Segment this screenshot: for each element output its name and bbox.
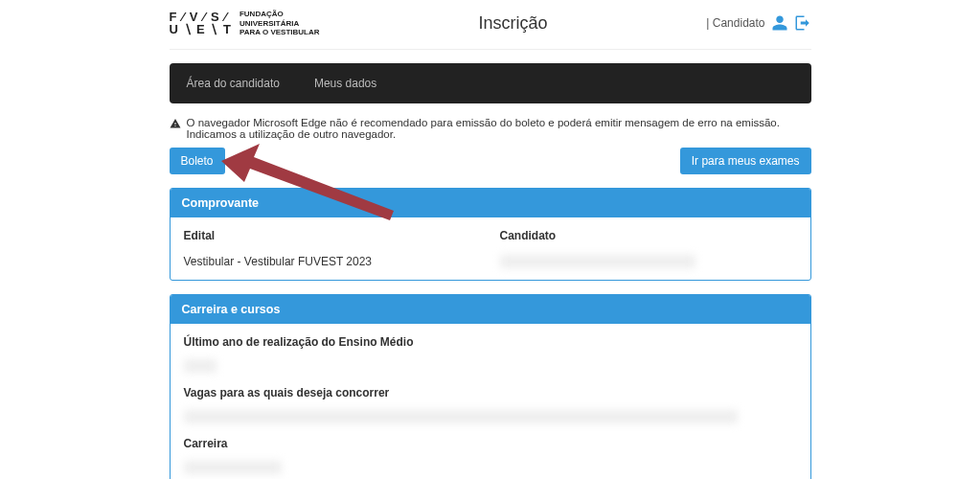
navbar: Área do candidato Meus dados xyxy=(170,63,811,103)
vagas-value: ████████████████████████████████████████… xyxy=(184,410,738,423)
logout-icon[interactable] xyxy=(794,14,811,32)
browser-warning: O navegador Microsoft Edge não é recomen… xyxy=(170,117,811,140)
edital-value: Vestibular - Vestibular FUVEST 2023 xyxy=(184,255,373,268)
logo-text: Fundação Universitária para o Vestibular xyxy=(239,10,320,37)
candidato-label: Candidato xyxy=(500,229,797,242)
topbar: F ∕ V ∕ S ∕ U ∖ E ∖ T Fundação Universit… xyxy=(170,0,811,50)
edital-label: Edital xyxy=(184,229,481,242)
panel-comprovante: Comprovante Edital Vestibular - Vestibul… xyxy=(170,188,811,281)
logo-mark: F ∕ V ∕ S ∕ U ∖ E ∖ T xyxy=(170,11,232,36)
ensino-medio-label: Último ano de realização do Ensino Médio xyxy=(184,335,797,349)
panel-carreira-header: Carreira e cursos xyxy=(171,295,810,324)
logo-text-line3: para o Vestibular xyxy=(239,28,320,37)
vagas-label: Vagas para as quais deseja concorrer xyxy=(184,386,797,399)
logo-mark-line1: F ∕ V ∕ S ∕ xyxy=(170,11,232,24)
carreira-label: Carreira xyxy=(184,437,797,450)
panel-carreira: Carreira e cursos Último ano de realizaç… xyxy=(170,294,811,479)
page-title: Inscrição xyxy=(320,13,707,34)
logo: F ∕ V ∕ S ∕ U ∖ E ∖ T Fundação Universit… xyxy=(170,10,320,37)
warning-icon xyxy=(170,118,181,129)
ir-meus-exames-button[interactable]: Ir para meus exames xyxy=(680,148,811,174)
user-label: | Candidato xyxy=(706,16,764,30)
warning-text: O navegador Microsoft Edge não é recomen… xyxy=(187,117,811,140)
user-box: | Candidato xyxy=(706,14,810,32)
button-row: Boleto Ir para meus exames xyxy=(170,148,811,174)
panel-comprovante-header: Comprovante xyxy=(171,189,810,217)
nav-area-candidato[interactable]: Área do candidato xyxy=(170,63,297,103)
nav-meus-dados[interactable]: Meus dados xyxy=(297,63,394,103)
carreira-value: ████████████ xyxy=(184,461,282,474)
boleto-button[interactable]: Boleto xyxy=(170,148,225,174)
user-icon[interactable] xyxy=(771,14,788,32)
logo-mark-line2: U ∖ E ∖ T xyxy=(170,23,232,36)
logo-text-line2: Universitária xyxy=(239,19,320,29)
candidato-value: ████████████████████████ xyxy=(500,255,695,268)
logo-text-line1: Fundação xyxy=(239,10,320,19)
ensino-medio-value: ████ xyxy=(184,359,217,373)
